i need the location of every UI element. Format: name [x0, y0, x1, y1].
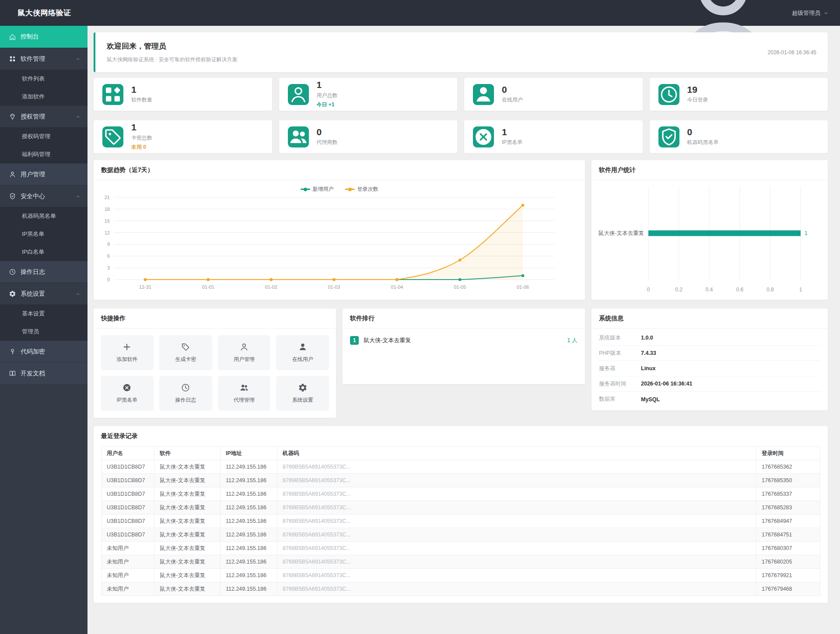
sidebar-item-basic-settings[interactable]: 基本设置 — [0, 305, 88, 322]
quick-actions-grid: 添加软件生成卡密用户管理在线用户IP黑名单操作日志代理管理系统设置 — [94, 329, 336, 418]
sidebar-item-license-code-management[interactable]: 授权码管理 — [0, 127, 88, 145]
sidebar-item-user-management[interactable]: 用户管理 — [0, 163, 88, 185]
sidebar-item-machine-code-blacklist[interactable]: 机器码黑名单 — [0, 207, 88, 225]
shield-check-icon — [9, 193, 16, 200]
table-row: 未知用户鼠大侠-文本去重复112.249.155.1868769B5B5A691… — [102, 582, 820, 596]
quick-action-operation-log[interactable]: 操作日志 — [159, 376, 212, 411]
svg-text:0.6: 0.6 — [736, 287, 743, 293]
table-row: U3B1D1CB8D7鼠大侠-文本去重复112.249.155.1868769B… — [102, 487, 820, 501]
column-header: 登录时间 — [756, 447, 820, 460]
stat-value: 0 — [687, 127, 719, 137]
table-cell: 1767684947 — [756, 515, 820, 528]
home-icon — [9, 33, 16, 41]
stat-value: 1 — [502, 127, 522, 137]
sidebar-item-add-software[interactable]: 添加软件 — [0, 88, 88, 105]
block-icon — [473, 126, 494, 147]
sidebar-item-label: 授权管理 — [21, 113, 45, 121]
sidebar-item-label: 控制台 — [21, 33, 39, 41]
info-label: 服务器 — [599, 365, 641, 372]
sidebar-item-welfare-code-management[interactable]: 福利码管理 — [0, 145, 88, 163]
stat-label: 代理商数 — [317, 139, 338, 146]
sidebar-item-administrator[interactable]: 管理员 — [0, 322, 88, 340]
stat-label: 软件数量 — [131, 96, 152, 104]
stats-grid: 1软件数量1用户总数今日 +10在线用户19今日登录1卡密总数未用 00代理商数… — [94, 78, 828, 153]
stat-texts: 1IP黑名单 — [502, 127, 522, 146]
table-cell: 8769B5B5A6914055373C... — [277, 460, 756, 474]
info-value: Linux — [641, 365, 655, 371]
legend-item[interactable]: 新增用户 — [301, 186, 334, 193]
sidebar: 控制台软件管理软件列表添加软件授权管理授权码管理福利码管理用户管理安全中心机器码… — [0, 26, 88, 634]
table-cell: 112.249.155.186 — [220, 528, 277, 542]
quick-action-user-management[interactable]: 用户管理 — [218, 335, 271, 370]
software-ranking-title: 软件排行 — [343, 308, 585, 329]
sidebar-item-software-management[interactable]: 软件管理 — [0, 48, 88, 70]
sidebar-submenu-security-center: 机器码黑名单IP黑名单IP白名单 — [0, 207, 88, 261]
stat-label: 今日登录 — [687, 96, 708, 104]
software-name: 鼠大侠-文本去重复 — [364, 336, 411, 344]
quick-action-add-software[interactable]: 添加软件 — [101, 335, 154, 370]
tag-icon — [102, 126, 123, 147]
chevron-up-icon — [75, 291, 80, 297]
quick-action-agent-management[interactable]: 代理管理 — [218, 376, 271, 411]
system-info-row: 数据库MySQL — [599, 392, 820, 407]
info-value: MySQL — [641, 396, 660, 403]
svg-text:12: 12 — [105, 230, 110, 235]
welcome-banner: 欢迎回来，管理员 鼠大侠网络验证系统 · 安全可靠的软件授权验证解决方案 202… — [94, 32, 828, 72]
sidebar-submenu-software-management: 软件列表添加软件 — [0, 70, 88, 105]
table-cell: 鼠大侠-文本去重复 — [154, 474, 220, 487]
quick-action-ip-blacklist[interactable]: IP黑名单 — [101, 376, 154, 411]
table-cell: 1767685283 — [756, 501, 820, 515]
legend-item[interactable]: 登录次数 — [345, 186, 378, 193]
table-cell: U3B1D1CB8D7 — [102, 515, 154, 528]
sidebar-submenu-system-settings: 基本设置管理员 — [0, 305, 88, 340]
stat-texts: 1用户总数今日 +1 — [317, 80, 338, 108]
table-row: 未知用户鼠大侠-文本去重复112.249.155.1868769B5B5A691… — [102, 542, 820, 555]
quick-action-label: 在线用户 — [292, 356, 313, 363]
table-cell: 鼠大侠-文本去重复 — [154, 569, 220, 582]
quick-action-system-settings[interactable]: 系统设置 — [276, 376, 329, 411]
clock-icon — [9, 268, 16, 276]
stat-label: 卡密总数 — [131, 134, 152, 142]
svg-text:15: 15 — [105, 218, 110, 224]
table-cell: 鼠大侠-文本去重复 — [154, 542, 220, 555]
column-header: 用户名 — [102, 447, 154, 460]
info-label: PHP版本 — [599, 350, 641, 357]
quick-action-label: 用户管理 — [234, 356, 255, 363]
sidebar-item-license-management[interactable]: 授权管理 — [0, 105, 88, 127]
shield-check-icon — [658, 126, 679, 147]
book-icon — [9, 370, 16, 377]
table-header-row: 用户名软件IP地址机器码登录时间 — [102, 447, 820, 460]
sidebar-item-system-settings[interactable]: 系统设置 — [0, 283, 88, 305]
table-cell: U3B1D1CB8D7 — [102, 474, 154, 487]
users-icon — [288, 126, 309, 147]
svg-text:01-01: 01-01 — [202, 284, 214, 290]
stat-card-online-users: 0在线用户 — [464, 78, 643, 111]
gear-icon — [298, 383, 308, 392]
sidebar-item-security-center[interactable]: 安全中心 — [0, 185, 88, 207]
user-icon — [288, 84, 309, 105]
sidebar-item-code-encryption[interactable]: 代码加密 — [0, 340, 88, 362]
legend-label: 登录次数 — [357, 186, 378, 193]
sidebar-item-dev-docs[interactable]: 开发文档 — [0, 362, 88, 384]
sidebar-item-ip-blacklist[interactable]: IP黑名单 — [0, 225, 88, 243]
quick-action-label: 操作日志 — [175, 396, 196, 404]
sidebar-item-operation-log[interactable]: 操作日志 — [0, 261, 88, 283]
user-solid-icon — [473, 84, 494, 105]
sidebar-item-console[interactable]: 控制台 — [0, 26, 88, 48]
table-cell: 未知用户 — [102, 542, 154, 555]
quick-action-generate-card[interactable]: 生成卡密 — [159, 335, 212, 370]
sidebar-item-ip-whitelist[interactable]: IP白名单 — [0, 243, 88, 261]
stat-texts: 0在线用户 — [502, 85, 523, 104]
sidebar-item-label: 安全中心 — [21, 193, 45, 200]
table-cell: 1767684751 — [756, 528, 820, 542]
clock-icon — [181, 383, 190, 392]
system-info-row: PHP版本7.4.33 — [599, 346, 820, 361]
clock-icon — [658, 84, 679, 105]
column-header: 软件 — [154, 447, 220, 460]
table-cell: U3B1D1CB8D7 — [102, 501, 154, 515]
sidebar-item-software-list[interactable]: 软件列表 — [0, 70, 88, 88]
table-cell: 8769B5B5A6914055373C... — [277, 528, 756, 542]
quick-action-online-users[interactable]: 在线用户 — [276, 335, 329, 370]
svg-text:01-02: 01-02 — [265, 284, 277, 290]
recent-logins-title: 最近登录记录 — [94, 426, 828, 440]
